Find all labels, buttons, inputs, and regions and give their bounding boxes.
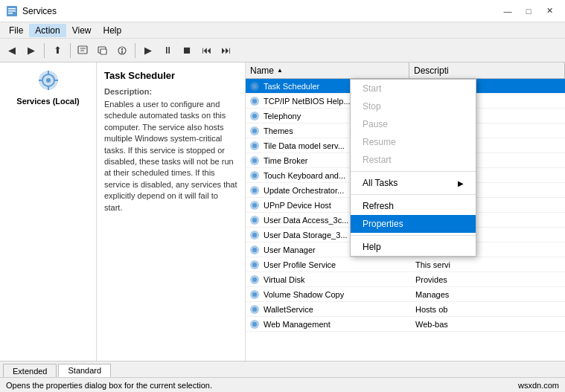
submenu-arrow-icon: ▶	[458, 179, 464, 187]
svg-point-52	[252, 322, 257, 327]
content-area: Task Scheduler Description: Enables a us…	[97, 62, 565, 361]
service-icon	[249, 125, 261, 137]
col-header-description[interactable]: Descripti	[409, 62, 565, 78]
svg-point-26	[252, 129, 257, 133]
col-name-label: Name	[250, 65, 274, 76]
service-subtitle: Description:	[104, 87, 237, 96]
title-bar-left: Services	[6, 5, 57, 17]
tab-standard[interactable]: Standard	[58, 364, 111, 377]
service-icon	[249, 229, 261, 241]
svg-rect-8	[100, 49, 106, 54]
svg-rect-2	[8, 10, 16, 12]
title-bar-controls: — □ ✕	[498, 4, 559, 19]
context-menu-separator-1	[351, 171, 476, 172]
menu-help[interactable]: Help	[98, 24, 128, 37]
toolbar: ◀ ▶ ⬆ ▶ ⏸ ⏹ ⏮ ⏭	[0, 39, 565, 62]
app-icon	[6, 5, 18, 17]
toolbar-up[interactable]: ⬆	[48, 42, 66, 60]
col-desc-label: Descripti	[414, 65, 449, 76]
toolbar-back[interactable]: ◀	[3, 42, 21, 60]
minimize-button[interactable]: —	[498, 4, 517, 19]
svg-rect-4	[78, 46, 87, 54]
service-icon	[249, 244, 261, 256]
service-icon	[249, 259, 261, 271]
service-info-panel: Task Scheduler Description: Enables a us…	[97, 62, 246, 361]
context-menu-separator-3	[351, 235, 476, 236]
context-menu-start[interactable]: Start	[351, 80, 476, 97]
svg-point-40	[252, 233, 257, 237]
menu-action[interactable]: Action	[29, 24, 66, 37]
toolbar-new-window[interactable]	[94, 42, 112, 60]
context-menu-resume[interactable]: Resume	[351, 133, 476, 151]
service-row[interactable]: Volume Shadow Copy Manages	[246, 287, 565, 302]
toolbar-forward[interactable]: ▶	[22, 42, 40, 60]
status-website: wsxdn.com	[518, 381, 559, 390]
tab-extended[interactable]: Extended	[3, 364, 57, 377]
toolbar-restart[interactable]: ⏮	[197, 42, 215, 60]
service-row[interactable]: Virtual Disk Provides	[246, 272, 565, 287]
tab-bar: Extended Standard	[0, 361, 565, 377]
service-icon	[249, 303, 261, 315]
status-text: Opens the properties dialog box for the …	[6, 381, 212, 390]
sidebar-label[interactable]: Services (Local)	[16, 97, 79, 106]
service-name: WalletService	[264, 305, 412, 314]
service-name: User Profile Service	[264, 260, 412, 269]
service-desc: Web-bas	[412, 320, 565, 329]
context-menu-stop[interactable]: Stop	[351, 97, 476, 115]
list-header: Name ▲ Descripti	[246, 62, 565, 79]
service-icon	[249, 155, 261, 167]
svg-point-24	[252, 114, 257, 118]
service-title: Task Scheduler	[104, 70, 237, 81]
svg-point-48	[252, 292, 257, 297]
svg-point-22	[252, 99, 257, 103]
close-button[interactable]: ✕	[540, 4, 559, 19]
services-icon	[36, 68, 60, 92]
menu-file[interactable]: File	[3, 24, 29, 37]
context-menu-properties[interactable]: Properties	[351, 215, 476, 233]
svg-rect-1	[8, 8, 16, 10]
status-bar: Opens the properties dialog box for the …	[0, 377, 565, 392]
context-menu-all-tasks[interactable]: All Tasks ▶	[351, 174, 476, 192]
svg-point-50	[252, 307, 257, 312]
svg-point-14	[46, 78, 51, 83]
service-icon	[249, 95, 261, 107]
svg-point-28	[252, 144, 257, 148]
service-icon	[249, 214, 261, 226]
toolbar-stop[interactable]: ⏹	[178, 42, 196, 60]
svg-point-10	[121, 48, 123, 49]
services-list-panel: Name ▲ Descripti Task Scheduler Enables …	[246, 62, 565, 361]
service-name: Volume Shadow Copy	[264, 290, 412, 299]
service-row[interactable]: User Profile Service This servi	[246, 257, 565, 272]
context-menu-help[interactable]: Help	[351, 238, 476, 256]
svg-point-44	[252, 263, 257, 267]
service-icon	[249, 80, 261, 92]
context-menu-restart[interactable]: Restart	[351, 151, 476, 169]
toolbar-pause[interactable]: ⏸	[159, 42, 176, 60]
service-desc: This servi	[412, 260, 565, 269]
svg-rect-3	[8, 13, 13, 14]
window-title: Services	[22, 6, 57, 16]
sidebar: Services (Local)	[0, 62, 97, 361]
service-row[interactable]: WalletService Hosts ob	[246, 302, 565, 317]
svg-point-20	[252, 84, 257, 89]
service-icon	[249, 289, 261, 301]
service-name: Web Management	[264, 320, 412, 329]
col-header-name[interactable]: Name ▲	[246, 62, 409, 78]
toolbar-task[interactable]: ⏭	[217, 42, 234, 60]
toolbar-properties[interactable]	[113, 42, 131, 60]
toolbar-sep-2	[70, 43, 71, 58]
toolbar-sep-3	[135, 43, 135, 58]
service-name: Virtual Disk	[264, 275, 412, 284]
service-row[interactable]: Web Management Web-bas	[246, 317, 565, 332]
context-menu-pause[interactable]: Pause	[351, 115, 476, 133]
svg-point-32	[252, 173, 257, 178]
toolbar-show-hide-console[interactable]	[74, 42, 92, 60]
menu-view[interactable]: View	[66, 24, 98, 37]
service-icon	[249, 184, 261, 196]
maximize-button[interactable]: □	[519, 4, 538, 19]
service-desc: Hosts ob	[412, 305, 565, 314]
toolbar-play[interactable]: ▶	[139, 42, 157, 60]
toolbar-sep-1	[44, 43, 45, 58]
context-menu-refresh[interactable]: Refresh	[351, 197, 476, 215]
svg-point-42	[252, 248, 257, 252]
